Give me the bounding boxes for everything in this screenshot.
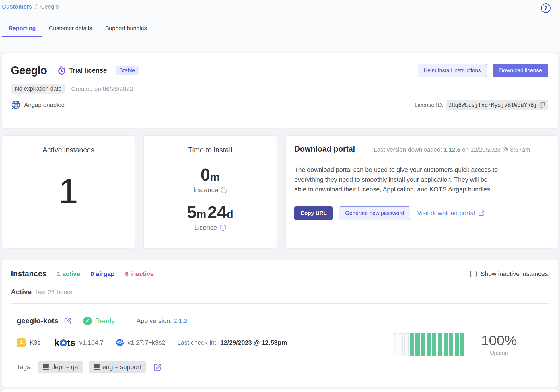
kots-logo-o-icon [60,339,67,346]
license-time-number-1: 5 [187,203,197,222]
instance-row: geeglo-kots ✓ Ready App version: 2.1.2 [11,303,549,382]
inactive-count: 6 inactive [125,270,154,278]
breadcrumb-separator: / [35,3,37,10]
stats-row: Active instances 1 Time to install 0m In… [2,135,558,248]
tab-reporting[interactable]: Reporting [2,25,42,37]
kubernetes-icon [116,338,124,347]
license-install-time: 5m 24d [187,204,234,221]
uptime-bar-chart [393,333,464,356]
license-time-number-2: 24 [207,203,227,222]
license-type-label: Trial license [69,67,107,75]
uptime-bar [460,333,464,356]
kubernetes-version-label: v1.27.7+k3s2 [128,339,165,346]
airgap-count: 0 airgap [90,270,114,278]
generate-password-button[interactable]: Generate new password [339,206,410,220]
tag-label: eng = support [102,363,141,371]
tab-customer-details[interactable]: Customer details [42,25,98,37]
customer-reporting-page: Customers / Geeglo ? Reporting Customer … [0,0,560,392]
license-type: Trial license [57,66,107,75]
visit-download-portal-link[interactable]: Visit download portal [417,209,485,217]
show-inactive-checkbox[interactable] [470,271,477,277]
active-instances-card: Active instances 1 [2,135,135,248]
uptime-bar [399,333,403,356]
tag-pill[interactable]: dept = qa [38,361,83,373]
kots-version: v1.104.7 [79,339,103,346]
tag-pill[interactable]: eng = support [89,361,146,373]
airgap-label: Airgap enabled [24,101,65,108]
uptime-bar [410,333,414,356]
distribution-label: K3s [30,339,40,346]
last-version-downloaded: Last version downloaded: 1.12.5 on 12/20… [374,146,530,153]
uptime-bar [438,333,442,356]
license-id-label: License ID: [415,102,443,108]
active-section-label: Active [11,288,32,296]
tag-icon [43,364,49,370]
kots-logo-ts: ts [67,337,75,348]
breadcrumb-customers-link[interactable]: Customers [2,3,32,10]
distribution: K3s [17,338,40,347]
last-checkin-value: 12/29/2023 @ 12:53pm [220,339,287,346]
download-portal-title: Download portal [294,145,355,154]
help-icon[interactable]: ? [541,3,551,13]
uptime-bar [415,333,420,356]
helm-install-button[interactable]: Helm install instructions [418,64,487,77]
tab-bar: Reporting Customer details Support bundl… [2,25,558,37]
expiration-badge: No expiration date [11,84,65,94]
download-license-button[interactable]: Download license [493,64,548,77]
app-version-label: App version: [137,317,172,324]
uptime-label: Uptime [481,350,517,356]
instance-name: geeglo-kots [17,316,59,325]
copy-url-button[interactable]: Copy URL [294,206,333,220]
instance-info-icon[interactable]: i [221,187,227,193]
app-version: App version: 2.1.2 [137,317,187,325]
uptime-bar [421,333,425,356]
active-instances-value: 1 [59,174,78,209]
license-time-label-row: License i [194,224,226,232]
customer-name: Geeglo [11,64,47,77]
tab-support-bundles[interactable]: Support bundles [99,25,154,37]
channel-badge: Stable [116,66,139,75]
k3s-icon [17,338,26,347]
tag-label: dept = qa [52,363,78,371]
copy-icon[interactable] [539,102,545,108]
download-portal-card: Download portal Last version downloaded:… [285,135,558,248]
instances-title: Instances [11,269,47,278]
uptime-bar [432,333,437,356]
show-inactive-label: Show inactive instances [481,270,548,278]
last-version-prefix: Last version downloaded: [374,146,444,153]
show-inactive-control[interactable]: Show inactive instances [470,270,548,278]
last-version-link[interactable]: 1.12.5 [444,146,460,153]
airgap-status: Airgap enabled [11,100,65,110]
instance-install-time: 0m [201,166,220,183]
uptime-block: 100% Uptime [393,316,517,373]
edit-instance-name-icon[interactable] [64,317,72,325]
external-link-icon [478,210,485,217]
uptime-bar [393,333,397,356]
uptime-bar [455,333,459,356]
time-to-install-title: Time to install [188,146,232,154]
instance-status: ✓ Ready [83,317,115,325]
breadcrumb: Customers / Geeglo [2,3,59,10]
instance-time-number: 0 [201,165,210,184]
last-version-suffix: on 12/20/2023 @ 8:57am [460,146,530,153]
kubernetes-version: v1.27.7+k3s2 [116,338,165,347]
trial-timer-icon [57,66,66,75]
license-id-value[interactable]: 2Rq8WLcsjfxqrMysjvB1WodYkBj [446,100,548,110]
instances-card: Instances 1 active 0 airgap 6 inactive S… [2,260,558,387]
kots-logo: k ts [54,337,75,348]
uptime-bar [449,333,453,356]
app-version-link[interactable]: 2.1.2 [174,317,188,324]
instance-time-label: Instance [193,186,218,194]
license-info-icon[interactable]: i [220,225,226,231]
license-id-text: 2Rq8WLcsjfxqrMysjvB1WodYkBj [448,102,537,108]
active-section-sub: last 24 hours [36,289,72,296]
uptime-bar [427,333,431,356]
uptime-value: 100% [481,334,517,348]
kots-logo-k: k [54,337,59,348]
active-instances-title: Active instances [42,146,94,154]
uptime-bar [444,333,448,356]
breadcrumb-current: Geeglo [40,3,59,10]
instance-time-unit: m [210,171,220,183]
edit-tags-icon[interactable] [153,363,162,371]
created-date: Created on 06/28/2023 [71,85,133,92]
